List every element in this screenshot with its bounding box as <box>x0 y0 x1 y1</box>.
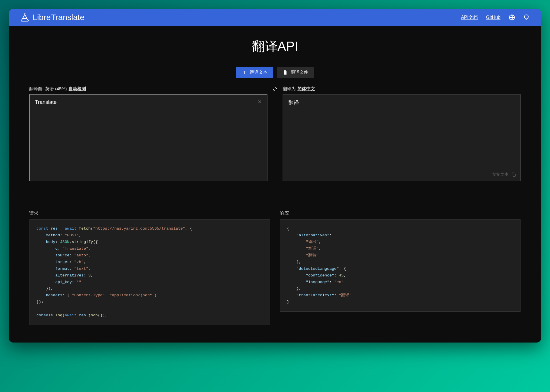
copy-button[interactable]: 复制文本 <box>492 172 516 177</box>
response-header: 响应 <box>280 210 521 217</box>
target-textbox: 翻译 复制文本 <box>283 94 521 181</box>
copy-icon <box>511 172 516 177</box>
response-block: 响应 { "alternatives": [ "译出", "笔译", "翻转" … <box>280 210 521 325</box>
clear-icon[interactable] <box>257 99 262 104</box>
target-output: 翻译 <box>288 99 515 106</box>
nav-links: API文档 GitHub <box>461 14 530 21</box>
source-header: 翻译自: 英语 (45%) 自动检测 <box>29 86 267 92</box>
lightbulb-icon[interactable] <box>523 14 530 21</box>
response-code[interactable]: { "alternatives": [ "译出", "笔译", "翻转" ], … <box>280 219 521 312</box>
svg-rect-1 <box>513 174 515 176</box>
translate-panels: 翻译自: 英语 (45%) 自动检测 翻译为 <box>29 86 521 181</box>
request-code[interactable]: const res = await fetch("https://nas.yar… <box>29 219 270 325</box>
navbar: LibreTranslate API文档 GitHub <box>9 9 541 26</box>
source-auto-detect-link[interactable]: 自动检测 <box>68 86 86 92</box>
source-detected-lang: 英语 (45%) <box>45 86 67 92</box>
tab-translate-text[interactable]: 翻译文本 <box>236 67 273 78</box>
swap-column <box>270 86 280 92</box>
text-icon <box>242 70 247 75</box>
copy-label: 复制文本 <box>492 172 509 177</box>
app-window: LibreTranslate API文档 GitHub 翻译API 翻译文本 翻… <box>9 9 541 343</box>
logo-icon <box>20 13 29 22</box>
target-panel: 翻译为 简体中文 翻译 复制文本 <box>283 86 521 181</box>
tab-text-label: 翻译文本 <box>250 70 267 75</box>
target-lang-link[interactable]: 简体中文 <box>297 86 315 92</box>
code-section: 请求 const res = await fetch("https://nas.… <box>29 210 521 325</box>
source-label-prefix: 翻译自: <box>29 86 43 92</box>
request-block: 请求 const res = await fetch("https://nas.… <box>29 210 270 325</box>
brand-text: LibreTranslate <box>33 13 84 22</box>
tabs: 翻译文本 翻译文件 <box>29 67 521 78</box>
page-title: 翻译API <box>29 38 521 55</box>
nav-link-github[interactable]: GitHub <box>486 15 500 20</box>
globe-icon[interactable] <box>509 14 515 21</box>
target-label-prefix: 翻译为 <box>283 86 296 92</box>
nav-link-api-docs[interactable]: API文档 <box>461 15 478 21</box>
source-panel: 翻译自: 英语 (45%) 自动检测 <box>29 86 267 181</box>
swap-icon[interactable] <box>272 86 278 92</box>
file-icon <box>283 70 288 75</box>
source-textarea[interactable] <box>35 99 253 176</box>
main-content: 翻译API 翻译文本 翻译文件 翻译自: 英语 (45%) 自动检测 <box>9 26 541 343</box>
tab-file-label: 翻译文件 <box>291 70 308 75</box>
source-textbox[interactable] <box>29 94 267 181</box>
tab-translate-file[interactable]: 翻译文件 <box>277 67 314 78</box>
target-header: 翻译为 简体中文 <box>283 86 521 92</box>
brand[interactable]: LibreTranslate <box>20 13 84 22</box>
request-header: 请求 <box>29 210 270 217</box>
